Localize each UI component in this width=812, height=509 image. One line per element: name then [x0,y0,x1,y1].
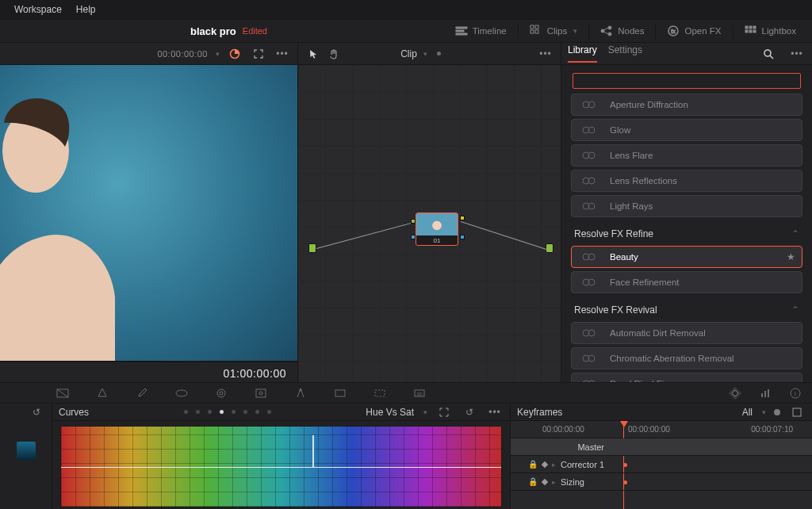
blur-icon[interactable] [371,385,389,402]
node-label: 01 [416,235,458,246]
fx-item[interactable]: Aperture Diffraction [571,94,802,116]
keyframes-title: Keyframes [517,407,562,418]
node-port[interactable] [411,235,416,239]
menu-help[interactable]: Help [76,4,96,15]
keyframe-diamond-icon[interactable] [542,478,548,484]
reset-icon[interactable]: ↺ [28,404,45,421]
expand-icon[interactable] [435,404,453,421]
chevron-down-icon[interactable]: ▾ [762,408,766,416]
more-icon[interactable]: ••• [274,45,291,63]
graph-output-port[interactable] [546,243,553,253]
keyframe-marker[interactable] [623,480,627,484]
kf-row-master[interactable]: Master [511,438,812,456]
fx-item[interactable]: Glow [571,119,802,141]
fx-item[interactable]: Beauty★ [571,246,802,268]
fx-item-label: Lens Flare [610,151,653,160]
curves-page-dots[interactable] [97,410,358,414]
tab-library[interactable]: Library [568,44,597,63]
chevron-down-icon[interactable]: ▾ [216,50,220,58]
cursor-icon[interactable] [304,45,322,63]
fx-group-title[interactable]: Resolve FX Refine⌃ [574,228,799,239]
eyedropper-icon[interactable] [133,385,151,402]
lightbox-button[interactable]: Lightbox [737,19,804,43]
curves-mode[interactable]: Hue Vs Sat [366,407,414,418]
more-icon[interactable]: ••• [537,45,554,63]
chevron-down-icon[interactable]: ▾ [423,50,427,58]
keyframe-diamond-icon[interactable] [542,461,548,467]
tab-settings[interactable]: Settings [608,44,642,63]
info-icon[interactable]: i [787,385,804,402]
fx-item[interactable]: Light Rays [571,195,802,217]
keyframes-filter[interactable]: All [742,407,753,418]
viewer-canvas[interactable] [0,65,297,362]
fx-item[interactable]: Lens Flare [571,144,802,166]
keyframe-diamond-icon[interactable] [726,385,744,402]
camera-raw-icon[interactable] [54,385,71,402]
color-node[interactable]: 01 [416,212,458,246]
chevron-right-icon[interactable]: ▸ [552,461,556,469]
timeline-button[interactable]: Timeline [447,19,515,43]
fx-item[interactable]: Lens Reflections [571,170,802,192]
expand-icon[interactable] [788,404,806,421]
separator [655,23,656,39]
fx-item-icon [578,147,600,163]
chevron-up-icon[interactable]: ⌃ [791,228,799,239]
graph-input-port[interactable] [308,243,316,253]
reset-icon[interactable]: ↺ [461,404,478,421]
qualifier-icon[interactable] [252,385,270,402]
node-port[interactable] [411,219,416,224]
fx-group-label: Resolve FX Revival [574,304,657,316]
clips-button[interactable]: Clips ▾ [522,19,586,43]
openfx-button[interactable]: fx Open FX [659,19,729,43]
hue-vs-sat-plot[interactable] [60,426,502,507]
node-scope[interactable]: Clip [400,48,417,59]
lock-icon[interactable]: 🔒 [528,460,538,469]
more-icon[interactable]: ••• [788,45,806,63]
color-wheels-icon[interactable] [94,385,111,402]
kf-row-label: Corrector 1 [561,460,604,469]
chevron-down-icon[interactable]: ▾ [423,408,427,416]
node-port[interactable] [460,216,465,220]
window-icon[interactable] [292,385,309,402]
svg-rect-14 [753,26,756,29]
lock-icon[interactable]: 🔒 [528,477,538,486]
nodes-canvas[interactable]: 01 [298,65,561,384]
svg-rect-5 [530,30,534,33]
svg-rect-12 [745,26,748,29]
scopes-icon[interactable] [756,385,774,402]
fx-item[interactable]: Chromatic Aberration Removal [571,347,802,369]
fx-group-title[interactable]: Resolve FX Revival⌃ [574,304,799,316]
menu-workspace[interactable]: Workspace [14,4,62,15]
curves-icon[interactable] [173,385,190,402]
svg-rect-15 [745,30,748,33]
fx-item[interactable]: Face Refinement [571,271,802,293]
svg-rect-2 [456,33,467,35]
node-port[interactable] [460,235,465,239]
keyframe-marker[interactable] [623,463,627,467]
fx-search-input[interactable] [573,73,801,89]
curve-marker[interactable] [312,435,314,466]
star-icon[interactable]: ★ [787,251,795,262]
gallery-still[interactable] [17,442,36,461]
color-warper-icon[interactable] [213,385,230,402]
keyframes-timeline[interactable]: 00:00:00:00 00:00:00:00 00:00:07:10 Mast… [511,421,812,509]
tracking-icon[interactable] [331,385,349,402]
key-icon[interactable]: 3D [411,385,428,402]
chevron-up-icon[interactable]: ⌃ [791,304,799,316]
kf-row-sizing[interactable]: 🔒 ▸ Sizing [511,473,812,491]
search-icon[interactable] [760,45,777,63]
image-wipe-icon[interactable] [226,45,243,63]
fx-item-icon [578,249,600,265]
expand-icon[interactable] [250,45,267,63]
fx-item[interactable]: Automatic Dirt Removal [571,322,802,344]
nodes-button[interactable]: Nodes [592,19,652,43]
svg-rect-16 [749,30,752,33]
fx-list[interactable]: Aperture DiffractionGlowLens FlareLens R… [561,94,812,384]
clips-icon [530,25,542,37]
chevron-right-icon[interactable]: ▸ [552,478,556,486]
more-icon[interactable]: ••• [486,404,504,421]
viewer-content [0,65,143,361]
clips-label: Clips [547,26,568,36]
hand-icon[interactable] [325,45,343,63]
kf-row-corrector[interactable]: 🔒 ▸ Corrector 1 [511,456,812,473]
